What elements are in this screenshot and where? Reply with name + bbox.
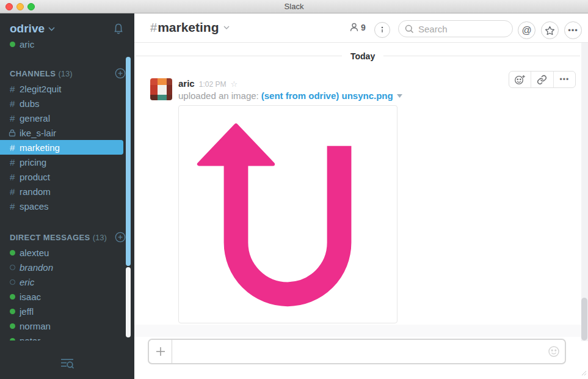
add-channel-button[interactable] [115,68,126,79]
hash-icon: # [10,142,15,153]
sidebar-item-channel-private[interactable]: ike_s-lair [0,125,134,140]
file-menu-chevron-icon[interactable] [397,94,402,98]
message-more-actions-button[interactable]: ••• [553,72,575,87]
sidebar-item-channel-selected[interactable]: # marketing [0,140,123,155]
minimize-window-button[interactable] [16,3,24,10]
starred-items-button[interactable] [541,21,559,39]
channel-name: random [20,186,51,197]
search-icon [405,24,414,34]
attach-file-button[interactable] [149,340,172,363]
share-message-button[interactable] [531,72,553,87]
workspace-switcher[interactable]: odrive [0,13,134,35]
sidebar-item-dm[interactable]: eric [0,274,134,289]
zoom-window-button[interactable] [27,3,35,10]
presence-online-icon [10,309,15,314]
resize-grip-icon[interactable] [579,369,587,376]
person-icon [349,22,359,32]
file-link[interactable]: (sent from odrive) unsync.png [261,90,393,101]
hash-icon: # [10,201,15,212]
hash-icon: # [10,84,15,94]
close-window-button[interactable] [5,3,13,10]
sidebar-item-dm[interactable]: alexteu [0,245,134,260]
channel-details-button[interactable] [374,22,390,38]
presence-online-icon [10,42,15,47]
window-title: Slack [285,2,304,11]
dms-section: DIRECT MESSAGES (13) alexteu brandon [0,229,134,340]
channel-name: spaces [20,201,49,212]
sidebar-item-channel[interactable]: # spaces [0,199,134,213]
link-icon [537,75,547,85]
dm-name: alexteu [20,248,49,258]
hash-icon: # [10,186,15,197]
dm-name: norman [20,321,51,331]
message-header: aric 1:02 PM ☆ [178,78,238,89]
date-divider: Today [134,51,581,61]
add-dm-button[interactable] [115,232,126,243]
message-body: uploaded an image: (sent from odrive) un… [178,90,402,101]
channel-title: marketing [158,20,219,35]
channels-header-label: CHANNELS [10,69,56,78]
upload-text: uploaded an image: [178,90,259,101]
member-count-button[interactable]: 9 [349,22,366,32]
sidebar-scroll-area: odrive aric CHANNELS (13) [0,13,134,340]
presence-online-icon [10,294,15,300]
sidebar-item-dm[interactable]: norman [0,318,134,333]
search-input[interactable] [418,24,498,34]
sidebar-item-channel[interactable]: # 2legit2quit [0,81,134,96]
presence-online-icon [10,338,15,341]
sidebar-item-dm[interactable]: isaac [0,289,134,304]
current-user[interactable]: aric [0,35,134,50]
presence-online-icon [10,323,15,329]
chevron-down-icon [223,26,230,30]
slack-window: Slack odrive aric [0,0,588,379]
lock-icon [9,129,16,137]
titlebar: Slack [0,0,588,13]
channel-name: 2legit2quit [20,84,61,94]
sidebar-scrollbar-thumb-lower[interactable] [126,267,131,337]
channel-name: product [20,172,50,182]
presence-offline-icon [10,265,15,270]
uploaded-image-preview[interactable] [178,105,397,323]
dm-name: jeffl [20,306,34,317]
star-message-icon[interactable]: ☆ [230,79,238,89]
u-turn-arrow-image [179,106,397,323]
sidebar: odrive aric CHANNELS (13) [0,13,134,379]
channel-list-search-icon[interactable] [59,356,75,371]
sidebar-item-dm[interactable]: brandon [0,260,134,274]
sidebar-item-channel[interactable]: # random [0,184,134,199]
sidebar-item-channel[interactable]: # general [0,111,134,125]
emoji-picker-button[interactable] [543,340,565,363]
message-author[interactable]: aric [178,78,195,89]
traffic-lights [5,3,35,10]
notifications-bell-icon[interactable] [112,22,125,35]
emoji-plus-icon [514,75,526,85]
dm-name: isaac [20,292,41,302]
message-input[interactable] [172,340,543,363]
dms-header-label: DIRECT MESSAGES [10,233,90,242]
channel-title-menu[interactable]: # marketing [150,20,230,35]
member-count: 9 [361,23,366,32]
channel-name: pricing [20,157,46,167]
add-reaction-button[interactable] [509,72,531,87]
sidebar-item-channel[interactable]: # product [0,169,134,184]
ellipsis-icon: ••• [568,26,578,35]
search-box[interactable] [398,20,513,37]
sidebar-item-dm[interactable]: peter [0,333,134,340]
hash-icon: # [10,172,15,182]
main-scrollbar-thumb[interactable] [581,298,587,340]
mentions-button[interactable]: @ [518,21,535,39]
sidebar-scrollbar-thumb[interactable] [126,57,131,266]
sidebar-item-dm[interactable]: jeffl [0,304,134,318]
hash-icon: # [150,21,157,35]
more-options-button[interactable]: ••• [564,21,582,39]
sidebar-item-channel[interactable]: # dubs [0,96,134,111]
main-scrollbar-track[interactable] [581,43,588,341]
avatar[interactable] [150,78,172,100]
channel-header: # marketing 9 [134,13,588,43]
dm-name: peter [20,336,40,341]
sidebar-item-channel[interactable]: # pricing [0,155,134,169]
presence-offline-icon [10,279,15,285]
chevron-down-icon [48,27,55,31]
message-composer [148,339,566,364]
date-divider-label: Today [342,51,383,61]
